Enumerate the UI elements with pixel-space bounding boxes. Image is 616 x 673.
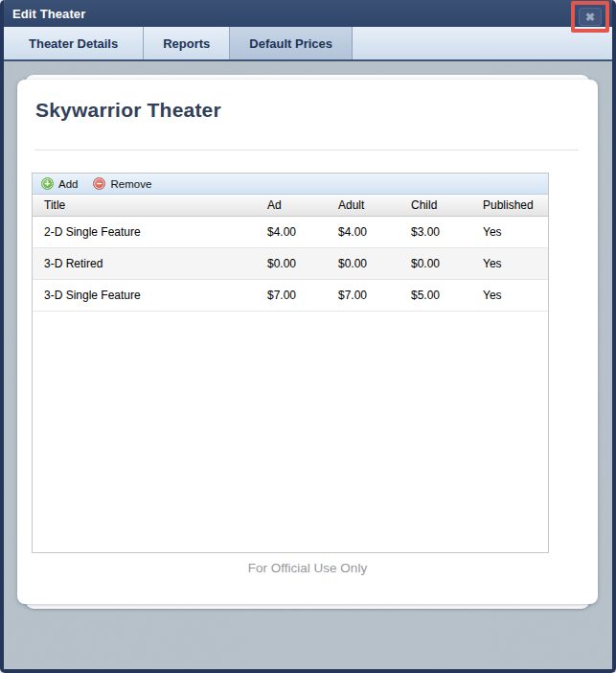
cell-child: $5.00 [411,289,483,302]
table-empty-space [33,312,548,552]
add-button[interactable]: + Add [41,177,78,190]
table-row[interactable]: 3-D Single Feature$7.00$7.00$5.00Yes [33,280,548,312]
heading-divider [34,150,579,151]
cell-adult: $0.00 [338,257,411,270]
add-icon: + [41,177,54,190]
column-header-ad: Ad [267,198,338,212]
cell-published: Yes [483,289,548,302]
cell-published: Yes [483,225,548,239]
cell-child: $3.00 [411,225,483,239]
cell-ad: $4.00 [267,225,338,239]
cell-published: Yes [483,257,548,270]
footer-note: For Official Use Only [17,561,598,575]
cell-title: 2-D Single Feature [33,225,267,239]
default-prices-grid: + Add − Remove TitleAdAdultChildPublishe… [32,173,549,553]
add-button-label: Add [58,178,78,190]
close-button[interactable]: ✖ [579,8,602,26]
remove-icon: − [93,177,105,190]
dialog-titlebar: Edit Theater ✖ [4,0,612,27]
cell-title: 3-D Retired [33,257,267,270]
edit-theater-dialog: Edit Theater ✖ Theater DetailsReportsDef… [0,0,616,673]
cell-ad: $7.00 [267,289,338,302]
column-header-child: Child [411,198,483,212]
cell-title: 3-D Single Feature [33,289,267,302]
column-header-title: Title [33,198,267,212]
cell-adult: $7.00 [338,289,411,302]
remove-button[interactable]: − Remove [93,177,151,190]
cell-adult: $4.00 [338,225,411,239]
theater-name-heading: Skywarrior Theater [35,99,221,122]
remove-button-label: Remove [110,178,151,190]
tab-default-prices[interactable]: Default Prices [230,27,353,59]
tab-reports[interactable]: Reports [144,27,230,59]
table-row[interactable]: 2-D Single Feature$4.00$4.00$3.00Yes [33,217,548,248]
dialog-content-area: Skywarrior Theater + Add − Remove TitleA… [4,61,612,669]
column-header-published: Published [483,198,548,212]
tab-theater-details[interactable]: Theater Details [4,27,144,59]
cell-ad: $0.00 [267,257,338,270]
column-header-adult: Adult [338,198,411,212]
cell-child: $0.00 [411,257,483,270]
table-header-row: TitleAdAdultChildPublished [33,195,548,217]
grid-toolbar: + Add − Remove [33,174,548,195]
table-row[interactable]: 3-D Retired$0.00$0.00$0.00Yes [33,248,548,280]
tab-strip: Theater DetailsReportsDefault Prices [4,27,612,61]
dialog-title: Edit Theater [12,7,85,21]
close-icon: ✖ [585,12,595,23]
close-button-highlight-box: ✖ [571,1,609,33]
table-body: 2-D Single Feature$4.00$4.00$3.00Yes3-D … [33,217,548,312]
theater-panel: Skywarrior Theater + Add − Remove TitleA… [17,80,598,604]
